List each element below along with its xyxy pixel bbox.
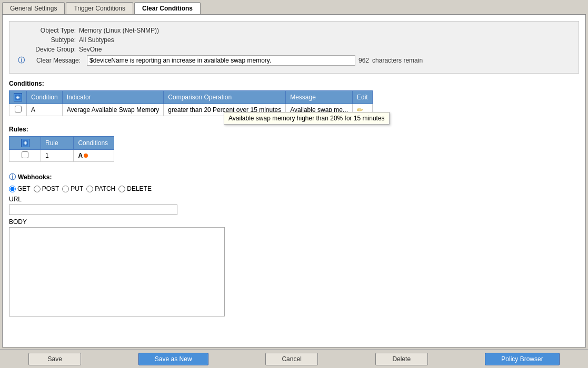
conditions-add-icon[interactable]	[14, 93, 22, 101]
label-get: GET	[17, 185, 31, 192]
cancel-button[interactable]: Cancel	[265, 353, 318, 365]
url-input[interactable]	[9, 205, 177, 215]
rule-conditions: A	[74, 150, 114, 162]
char-count: 962	[358, 57, 369, 64]
label-post: POST	[42, 185, 59, 192]
clear-message-label: Clear Message:	[28, 57, 81, 64]
rule-checkbox[interactable]	[22, 151, 28, 158]
device-group-value: SevOne	[79, 46, 102, 53]
condition-indicator: Average Available Swap Memory	[62, 104, 164, 116]
subtype-value: All Subtypes	[79, 36, 114, 44]
char-remain-label: characters remain	[372, 57, 423, 64]
button-bar: Save Save as New Cancel Delete Policy Br…	[0, 349, 588, 368]
rules-th-rule: Rule	[41, 137, 74, 150]
webhooks-label: ⓘ Webhooks:	[9, 172, 579, 182]
tab-general-settings[interactable]: General Settings	[2, 2, 65, 14]
conditions-th-indicator: Indicator	[62, 91, 164, 104]
rule-row: 1 A	[9, 150, 114, 162]
device-group-row: Device Group: SevOne	[18, 46, 570, 53]
url-label: URL	[9, 196, 579, 203]
conditions-section: Conditions: Condition Indicator Comparis…	[9, 80, 579, 116]
radio-post[interactable]	[34, 186, 41, 192]
label-put: PUT	[71, 185, 83, 192]
rules-th-conditions: Conditions	[74, 137, 114, 150]
tab-trigger-conditions[interactable]: Trigger Conditions	[66, 2, 133, 14]
http-method-group: GET POST PUT PATCH DELETE	[9, 185, 579, 192]
conditions-th-comparison: Comparison Operation	[164, 91, 286, 104]
tab-clear-conditions[interactable]: Clear Conditions	[134, 2, 201, 14]
rules-section-label: Rules:	[9, 126, 579, 133]
body-textarea[interactable]	[9, 227, 225, 316]
conditions-th-checkbox	[9, 91, 27, 104]
delete-button[interactable]: Delete	[375, 353, 428, 365]
radio-patch[interactable]	[86, 186, 93, 192]
method-post[interactable]: POST	[34, 185, 59, 192]
conditions-section-label: Conditions:	[9, 80, 579, 87]
condition-checkbox[interactable]	[15, 106, 22, 113]
conditions-th-message: Message	[286, 91, 353, 104]
subtype-row: Subtype: All Subtypes	[18, 36, 570, 44]
main-content: Object Type: Memory (Linux (Net-SNMP)) S…	[2, 14, 586, 347]
info-box: Object Type: Memory (Linux (Net-SNMP)) S…	[9, 21, 579, 74]
rule-checkbox-cell	[9, 150, 41, 162]
label-patch: PATCH	[95, 185, 115, 192]
subtype-label: Subtype:	[18, 36, 76, 44]
webhooks-section: ⓘ Webhooks: GET POST PUT PATCH DELET	[9, 172, 579, 316]
object-type-value: Memory (Linux (Net-SNMP))	[79, 27, 159, 34]
label-delete: DELETE	[127, 185, 152, 192]
save-button[interactable]: Save	[28, 353, 81, 365]
object-type-label: Object Type:	[18, 27, 76, 34]
conditions-th-edit: Edit	[353, 91, 373, 104]
method-patch[interactable]: PATCH	[86, 185, 115, 192]
radio-get[interactable]	[9, 186, 16, 192]
rule-condition-badge: A	[78, 152, 88, 159]
clear-message-row: ⓘ Clear Message: 962 characters remain	[18, 55, 570, 66]
webhooks-help-icon[interactable]: ⓘ	[9, 172, 16, 182]
policy-browser-button[interactable]: Policy Browser	[485, 353, 559, 365]
save-as-new-button[interactable]: Save as New	[138, 353, 208, 365]
rules-add-icon[interactable]	[21, 139, 29, 147]
rules-table: Rule Conditions 1 A	[9, 136, 114, 162]
condition-tooltip: Available swap memory higher than 20% fo…	[224, 112, 390, 125]
help-icon[interactable]: ⓘ	[18, 56, 25, 65]
rule-condition-dot	[84, 154, 88, 158]
method-delete[interactable]: DELETE	[118, 185, 152, 192]
condition-letter: A	[27, 104, 63, 116]
rule-number: 1	[41, 150, 74, 162]
condition-checkbox-cell	[9, 104, 27, 116]
tab-bar: General Settings Trigger Conditions Clea…	[0, 0, 588, 14]
method-put[interactable]: PUT	[62, 185, 83, 192]
rules-th-checkbox	[9, 137, 41, 150]
radio-put[interactable]	[62, 186, 69, 192]
body-label: BODY	[9, 218, 579, 226]
webhooks-title: Webhooks:	[18, 173, 52, 181]
object-type-row: Object Type: Memory (Linux (Net-SNMP))	[18, 27, 570, 34]
method-get[interactable]: GET	[9, 185, 31, 192]
device-group-label: Device Group:	[18, 46, 76, 53]
conditions-th-condition: Condition	[27, 91, 63, 104]
clear-message-input[interactable]	[87, 55, 355, 66]
radio-delete[interactable]	[118, 186, 125, 192]
rules-section: Rules: Rule Conditions	[9, 126, 579, 162]
